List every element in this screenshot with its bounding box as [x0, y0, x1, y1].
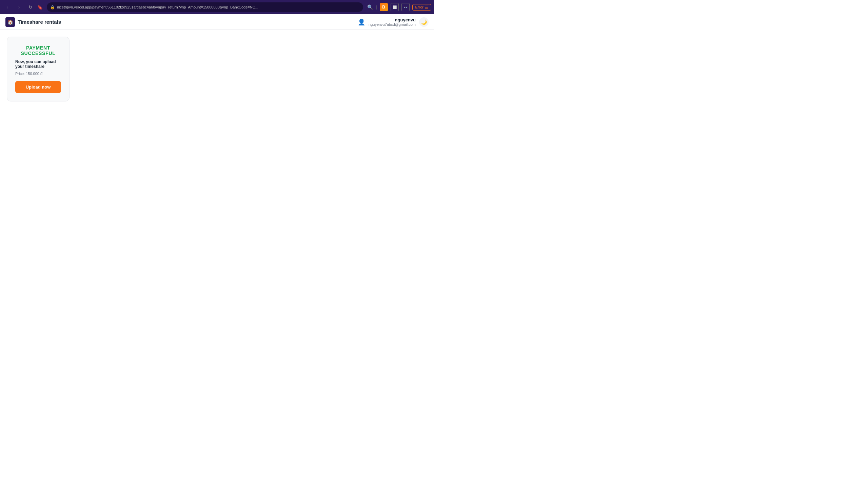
back-button[interactable]: ‹: [3, 2, 12, 12]
main-content: PAYMENT SUCCESSFUL Now, you can upload y…: [0, 30, 434, 246]
divider: |: [376, 5, 377, 10]
reload-button[interactable]: ↻: [26, 2, 35, 12]
error-label: Error: [415, 5, 423, 9]
reader-mode-button[interactable]: 👓: [401, 3, 410, 11]
user-info: nguyenvu nguyenvu7abcd@gmail.com: [369, 17, 416, 26]
address-bar[interactable]: 🔒 nicetripvn.vercel.app/payment/661102f2…: [47, 2, 363, 12]
error-button[interactable]: Error ☰: [412, 4, 431, 11]
payment-success-title: PAYMENT SUCCESSFUL: [15, 45, 61, 56]
forward-button[interactable]: ›: [14, 2, 24, 12]
menu-icon: ☰: [425, 5, 428, 10]
search-icon[interactable]: 🔍: [367, 4, 373, 10]
bookmark-icon[interactable]: 🔖: [37, 5, 43, 10]
upload-now-button[interactable]: Upload now: [15, 81, 61, 93]
url-text: nicetripvn.vercel.app/payment/661102f2e9…: [57, 5, 360, 9]
user-name: nguyenvu: [369, 17, 416, 22]
payment-price: Price: 150.000 đ: [15, 72, 61, 76]
app-title: Timeshare rentals: [18, 19, 61, 25]
brave-shield-icon[interactable]: B: [380, 3, 388, 11]
secure-icon: 🔒: [50, 5, 55, 10]
app-header: 🏠 Timeshare rentals 👤 nguyenvu nguyenvu7…: [0, 14, 434, 30]
payment-card: PAYMENT SUCCESSFUL Now, you can upload y…: [7, 37, 70, 101]
payment-subtitle: Now, you can upload your timeshare: [15, 59, 61, 69]
user-avatar-icon: 👤: [358, 18, 365, 26]
theme-toggle-button[interactable]: 🌙: [419, 17, 429, 27]
window-toggle-button[interactable]: ⬜: [391, 3, 399, 11]
browser-chrome: ‹ › ↻ 🔖 🔒 nicetripvn.vercel.app/payment/…: [0, 0, 434, 14]
app-logo-icon: 🏠: [5, 17, 15, 27]
user-area: 👤 nguyenvu nguyenvu7abcd@gmail.com 🌙: [358, 17, 429, 27]
browser-actions: 🔍 | B ⬜ 👓 Error ☰: [367, 3, 431, 11]
home-icon: 🏠: [7, 19, 13, 25]
app-logo-area: 🏠 Timeshare rentals: [5, 17, 61, 27]
user-email: nguyenvu7abcd@gmail.com: [369, 22, 416, 26]
